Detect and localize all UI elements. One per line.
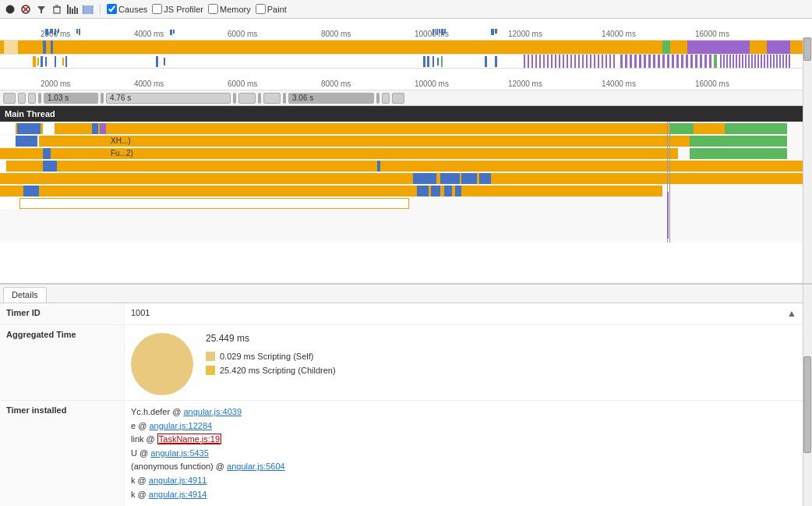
flame-green-r2-1 (690, 136, 787, 147)
svg-rect-15 (83, 12, 93, 14)
pie-chart (131, 333, 193, 395)
svg-rect-12 (76, 8, 78, 14)
flame-blue-r6-3 (431, 186, 440, 196)
nav-segment-103s[interactable]: 1.03 s (44, 93, 98, 104)
stack-line-3: U @ angular.js:5435 (131, 447, 806, 461)
nav-mini-handle-2[interactable] (101, 93, 104, 104)
svg-rect-8 (67, 5, 69, 14)
svg-rect-5 (54, 7, 60, 13)
link-angular-5435[interactable]: angular.js:5435 (150, 448, 209, 458)
tick-6000: 6000 ms (228, 30, 257, 38)
tick-4000: 4000 ms (134, 30, 164, 38)
agg-self-color (206, 352, 215, 361)
stack-line-2: link @ TaskName.js:19 (131, 433, 806, 447)
tick-8000: 8000 ms (321, 30, 351, 38)
nav-segment-2[interactable] (28, 93, 36, 104)
agg-self-item: 0.029 ms Scripting (Self) (206, 352, 336, 361)
stop-icon[interactable] (20, 4, 31, 15)
aggregated-time-content: 25.449 ms 0.029 ms Scripting (Self) 25.4… (125, 325, 812, 400)
flame-blue-r4-2 (377, 161, 380, 172)
tick-12000: 12000 ms (508, 30, 542, 38)
causes-checkbox[interactable]: Causes (107, 4, 147, 14)
flame-orange-1 (694, 123, 725, 134)
nav-segment-306s[interactable]: 3.06 s (288, 93, 374, 104)
flame-white-2 (43, 123, 55, 134)
agg-children-color (206, 366, 215, 375)
flame-yellow-r3-1 (0, 148, 109, 159)
timeline-icon[interactable] (83, 4, 94, 15)
filter-icon[interactable] (36, 4, 47, 15)
flame-blue-2 (92, 123, 98, 134)
tick-16000: 16000 ms (695, 30, 729, 38)
nav-handle-right[interactable] (392, 93, 404, 104)
flame-blue-r6-2 (417, 186, 429, 196)
flame-orange-r2-1 (678, 136, 690, 147)
details-scrollbar[interactable] (803, 285, 812, 506)
flame-purple-1 (100, 123, 106, 134)
timer-id-label: Timer ID (0, 303, 125, 324)
paint-checkbox[interactable]: Paint (256, 4, 287, 14)
flame-blue-r4-1 (43, 161, 57, 172)
details-tabs: Details (0, 285, 812, 303)
record-icon[interactable] (5, 4, 16, 15)
svg-rect-14 (83, 9, 93, 11)
collapse-arrow[interactable]: ▲ (787, 308, 796, 319)
nav-mini-handle-4[interactable] (258, 93, 261, 104)
nav-mini-handle-6[interactable] (376, 93, 380, 104)
nav-mini-handle-3[interactable] (233, 93, 236, 104)
flame-chart[interactable]: XH...) Fu...2) (0, 122, 812, 242)
details-scroll-thumb[interactable] (803, 356, 811, 452)
bars-icon[interactable] (67, 4, 78, 15)
timer-installed-value: Yc.h.defer @ angular.js:4039 e @ angular… (125, 401, 812, 506)
flame-blue-r3-1 (43, 148, 51, 159)
stack-line-4: (anonymous function) @ angular.js:5604 (131, 460, 806, 474)
flame-white-1 (0, 123, 16, 134)
link-angular-4911[interactable]: angular.js:4911 (149, 476, 207, 485)
nav-mini-handle-1[interactable] (38, 93, 41, 104)
flame-white-r4 (0, 161, 6, 172)
link-angular-5604[interactable]: angular.js:5604 (227, 462, 285, 471)
link-taskname-19[interactable]: TaskName.js:19 (157, 433, 221, 444)
nav-bar: 1.03 s 4.76 s 3.06 s (0, 90, 812, 106)
flame-white-r2-1 (0, 136, 14, 147)
flame-blue-r6-4 (444, 186, 452, 196)
timeline-scrollbar[interactable] (803, 37, 812, 284)
tick2-4000: 4000 ms (134, 80, 164, 88)
flame-blue-r2-1 (16, 136, 37, 147)
stack-line-5: k @ angular.js:4911 (131, 474, 806, 488)
nav-segment-1[interactable] (18, 93, 26, 104)
memory-checkbox[interactable]: Memory (208, 4, 251, 14)
tick2-6000: 6000 ms (228, 80, 257, 88)
flame-blue-r6-5 (455, 186, 461, 196)
agg-children-item: 25.420 ms Scripting (Children) (206, 366, 336, 375)
js-profiler-checkbox[interactable]: JS Profiler (152, 4, 203, 14)
timeline-scroll-thumb[interactable] (803, 37, 811, 61)
svg-rect-10 (72, 9, 73, 14)
flame-green-r3-1 (690, 148, 787, 159)
aggregated-time-label: Aggregated Time (0, 325, 125, 400)
second-ruler: 2000 ms 4000 ms 6000 ms 8000 ms 10000 ms… (0, 69, 812, 90)
flame-bar-row6 (0, 186, 662, 196)
tick2-10000: 10000 ms (415, 80, 449, 88)
nav-segment-4[interactable] (263, 93, 281, 104)
stack-line-0: Yc.h.defer @ angular.js:4039 (131, 405, 806, 419)
flame-yellow-r2-1 (39, 136, 109, 147)
tab-details[interactable]: Details (3, 287, 47, 303)
svg-rect-9 (69, 7, 71, 14)
link-angular-4039[interactable]: angular.js:4039 (183, 407, 242, 416)
nav-segment-3[interactable] (238, 93, 256, 104)
link-angular-12284[interactable]: angular.js:12284 (149, 421, 212, 430)
nav-mini-handle-5[interactable] (283, 93, 286, 104)
flame-bar-row4 (0, 161, 812, 172)
nav-segment-5[interactable] (382, 93, 390, 104)
flame-blue-r5-4 (479, 173, 491, 184)
nav-segment-476s[interactable]: 4.76 s (106, 93, 231, 104)
purple-spike (667, 192, 669, 239)
nav-handle-left[interactable] (3, 93, 16, 104)
flame-green-1 (670, 123, 694, 134)
svg-rect-11 (74, 6, 76, 14)
trash-icon[interactable] (51, 4, 62, 15)
top-ruler: 2000 ms 4000 ms 6000 ms 8000 ms 10000 ms… (0, 19, 812, 41)
link-angular-4914[interactable]: angular.js:4914 (149, 490, 207, 499)
svg-marker-4 (37, 6, 45, 13)
